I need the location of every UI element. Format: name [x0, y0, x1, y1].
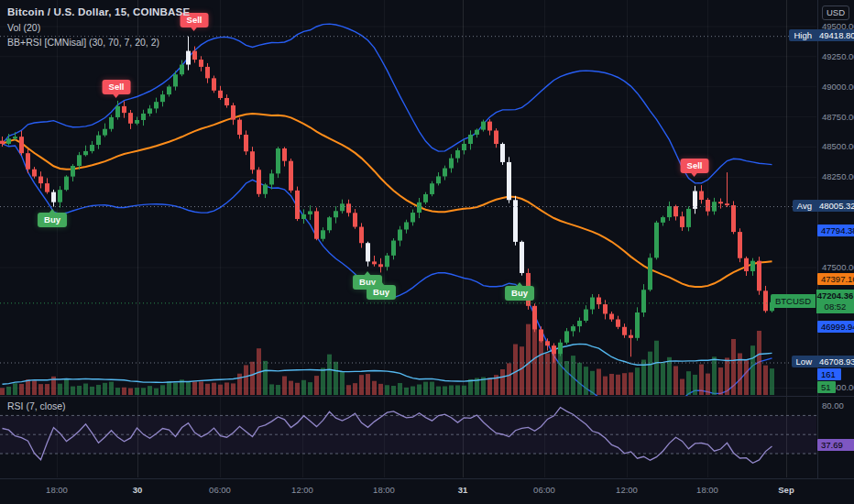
time-tick-label: Sep: [778, 485, 794, 495]
rsi-tick-label: 80.00: [822, 400, 844, 411]
avg-price-badge-value: 48005.32: [816, 200, 854, 212]
sell-signal-marker: Sell: [681, 159, 709, 173]
time-tick-label: 06:00: [209, 485, 231, 495]
buy-signal-marker: Buy: [367, 285, 396, 300]
time-tick-label: 12:00: [616, 485, 638, 495]
buy-signal-pointer: [378, 281, 385, 286]
sell-signal-pointer: [191, 27, 198, 31]
last-price-value: 47204.3608:52: [816, 290, 854, 313]
sell-signal-pointer: [691, 172, 698, 177]
price-tick-label: 48500.00: [822, 141, 854, 151]
bb-lower-value-badge: 46999.94: [817, 321, 854, 333]
avg-price-badge: Avg48005.32: [793, 200, 854, 212]
price-tick-label: 49250.00: [822, 51, 854, 61]
volume-value-badge: 51: [817, 381, 836, 393]
tradingview-chart-window: Bitcoin / U.S. Dollar, 15, COINBASE Vol …: [0, 0, 854, 504]
currency-toggle-button[interactable]: USD: [822, 5, 849, 20]
bbrsi-indicator-legend[interactable]: BB+RSI [CMNisal] (30, 70, 7, 20, 2): [7, 37, 159, 48]
price-axis[interactable]: 49750.0049500.0049250.0049000.0048750.00…: [817, 0, 854, 478]
last-price-badge: BTCUSD47204.3608:52: [771, 290, 854, 313]
time-tick-label: 18:00: [373, 485, 395, 495]
price-tick-label: 49000.00: [822, 82, 854, 92]
rsi-value-badge: 37.69: [817, 439, 854, 451]
last-price: 47204.36: [817, 290, 854, 301]
buy-signal-pointer: [49, 209, 56, 214]
buy-signal-marker: Buy: [38, 213, 67, 227]
rsi-indicator-legend[interactable]: RSI (7, close): [7, 400, 66, 411]
price-tick-label: 49750.00: [822, 0, 854, 1]
bb-upper-value-badge: 47794.38: [817, 225, 854, 236]
symbol-tag: BTCUSD: [771, 294, 816, 308]
buy-signal-pointer: [516, 282, 523, 287]
price-tick-label: 47500.00: [822, 262, 854, 272]
symbol-legend[interactable]: Bitcoin / U.S. Dollar, 15, COINBASE: [7, 6, 190, 17]
high-price-badge-tag: High: [789, 29, 816, 41]
price-tick-label: 48250.00: [822, 171, 854, 181]
sell-signal-pointer: [113, 93, 120, 98]
avg-price-badge-tag: Avg: [793, 200, 816, 212]
time-tick-label: 12:00: [291, 485, 313, 495]
low-price-badge: Low46708.93: [792, 356, 854, 367]
time-axis[interactable]: 18:003006:0012:0018:003106:0012:0018:00S…: [0, 478, 854, 504]
sell-signal-marker: Sell: [103, 80, 131, 94]
time-tick-label: 06:00: [533, 485, 555, 495]
time-tick-label: 30: [133, 485, 143, 495]
price-tick-label: 48750.00: [822, 112, 854, 122]
high-price-badge: High49418.80: [789, 29, 854, 41]
bb-basis-value-badge: 47397.16: [817, 273, 854, 285]
volume-ma-badge: 161: [817, 368, 841, 380]
high-price-badge-value: 49418.80: [816, 29, 854, 41]
buy-signal-marker: Buy: [505, 286, 534, 301]
bar-countdown: 08:52: [825, 301, 847, 312]
buy-signal-pointer: [364, 271, 371, 276]
volume-indicator-legend[interactable]: Vol (20): [7, 22, 40, 33]
low-price-badge-tag: Low: [792, 356, 816, 367]
chart-canvas[interactable]: [0, 0, 854, 504]
time-tick-label: 31: [458, 485, 468, 495]
time-tick-label: 18:00: [696, 485, 718, 495]
low-price-badge-value: 46708.93: [816, 356, 854, 367]
time-tick-label: 18:00: [46, 485, 68, 495]
